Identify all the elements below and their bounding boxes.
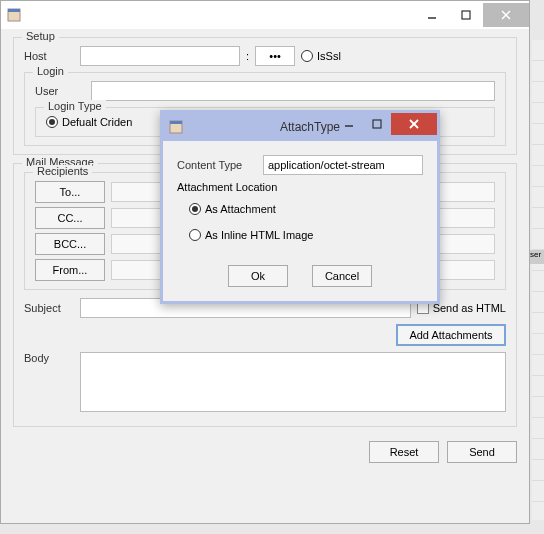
main-titlebar xyxy=(1,1,529,29)
ok-button[interactable]: Ok xyxy=(228,265,288,287)
content-type-input[interactable] xyxy=(263,155,423,175)
dialog-titlebar: AttachType xyxy=(163,113,437,141)
attachtype-dialog: AttachType Content Type Attachment Locat… xyxy=(160,110,440,304)
radio-icon xyxy=(189,229,201,241)
to-button[interactable]: To... xyxy=(35,181,105,203)
svg-rect-9 xyxy=(373,120,381,128)
content-type-label: Content Type xyxy=(177,159,257,171)
user-label: User xyxy=(35,85,85,97)
body-label: Body xyxy=(24,352,74,364)
add-attachments-button[interactable]: Add Attachments xyxy=(396,324,506,346)
attachment-location-label: Attachment Location xyxy=(177,181,423,193)
minimize-button[interactable] xyxy=(415,3,449,27)
radio-icon xyxy=(189,203,201,215)
svg-rect-7 xyxy=(170,121,182,124)
as-inline-label: As Inline HTML Image xyxy=(205,229,313,241)
radio-icon xyxy=(301,50,313,62)
bcc-button[interactable]: BCC... xyxy=(35,233,105,255)
dialog-maximize-button[interactable] xyxy=(363,113,391,135)
app-icon xyxy=(7,8,21,22)
as-attachment-radio[interactable]: As Attachment xyxy=(189,203,423,215)
dialog-close-button[interactable] xyxy=(391,113,437,135)
recipients-title: Recipients xyxy=(33,165,92,177)
isssl-label: IsSsl xyxy=(317,50,341,62)
login-title: Login xyxy=(33,65,68,77)
as-attachment-label: As Attachment xyxy=(205,203,276,215)
cancel-button[interactable]: Cancel xyxy=(312,265,372,287)
side-tag: ser xyxy=(530,250,544,264)
radio-icon xyxy=(46,116,58,128)
isssl-radio[interactable]: IsSsl xyxy=(301,50,341,62)
port-input[interactable] xyxy=(255,46,295,66)
from-button[interactable]: From... xyxy=(35,259,105,281)
close-button[interactable] xyxy=(483,3,529,27)
dialog-minimize-button[interactable] xyxy=(335,113,363,135)
maximize-button[interactable] xyxy=(449,3,483,27)
reset-button[interactable]: Reset xyxy=(369,441,439,463)
svg-rect-3 xyxy=(462,11,470,19)
dialog-body: Content Type Attachment Location As Atta… xyxy=(163,141,437,301)
background-strip xyxy=(532,40,544,520)
colon-sep: : xyxy=(246,50,249,62)
body-textarea[interactable] xyxy=(80,352,506,412)
svg-rect-1 xyxy=(8,9,20,12)
dialog-icon xyxy=(169,120,183,134)
host-label: Host xyxy=(24,50,74,62)
setup-title: Setup xyxy=(22,30,59,42)
default-cred-label: Defualt Criden xyxy=(62,116,132,128)
main-window-controls xyxy=(415,3,529,27)
as-inline-radio[interactable]: As Inline HTML Image xyxy=(189,229,423,241)
subject-label: Subject xyxy=(24,302,74,314)
logintype-title: Login Type xyxy=(44,100,106,112)
host-input[interactable] xyxy=(80,46,240,66)
cc-button[interactable]: CC... xyxy=(35,207,105,229)
send-button[interactable]: Send xyxy=(447,441,517,463)
dialog-controls xyxy=(335,113,437,135)
send-as-html-label: Send as HTML xyxy=(433,302,506,314)
user-input[interactable] xyxy=(91,81,495,101)
